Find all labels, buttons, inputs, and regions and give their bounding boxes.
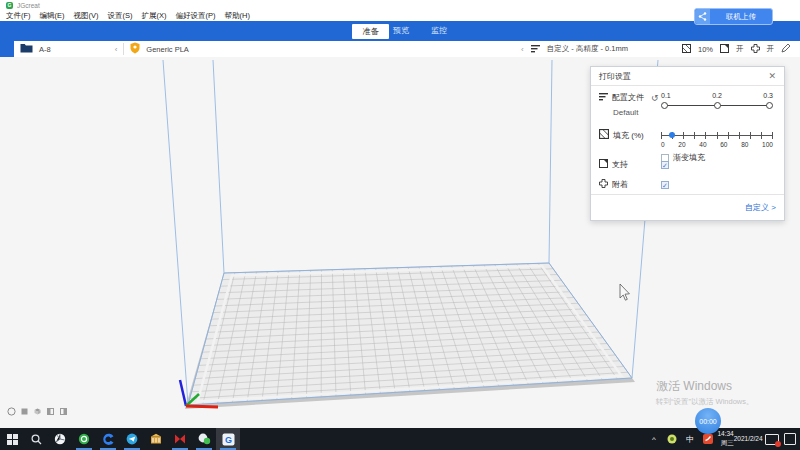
menu-bar: 文件(F) 编辑(E) 视图(V) 设置(S) 扩展(X) 偏好设置(P) 帮助…	[0, 10, 800, 21]
menu-settings[interactable]: 设置(S)	[108, 11, 133, 21]
toolbar-separator	[123, 43, 124, 55]
menu-help[interactable]: 帮助(H)	[225, 11, 250, 21]
system-tray: ^ 中 14:34 周三 2021/2/24	[646, 428, 800, 450]
app-logo-icon: G	[6, 2, 13, 9]
recorder-timer-bubble[interactable]: 00:00	[695, 408, 721, 434]
menu-preferences[interactable]: 偏好设置(P)	[176, 11, 216, 21]
title-bar: G JGcreat	[0, 0, 800, 10]
paper-plane-app-icon[interactable]	[120, 428, 144, 450]
infill-tick: 80	[741, 141, 748, 148]
action-center-icon[interactable]	[782, 428, 798, 450]
support-icon	[599, 159, 608, 170]
config-toolbar: A-8 ‹ Generic PLA ‹ 自定义 - 高精度 - 0.1mm 10…	[0, 41, 800, 58]
green-circle-app-icon[interactable]	[72, 428, 96, 450]
print-settings-panel: 打印设置 ✕ 配置文件 ↺ Default 0.1 0.2 0.3	[590, 66, 785, 221]
mouse-cursor	[620, 284, 629, 300]
infill-tick: 20	[678, 141, 685, 148]
infill-label: 填充 (%)	[613, 130, 644, 141]
infill-tick: 40	[699, 141, 706, 148]
notification-icon[interactable]	[764, 428, 780, 450]
taskbar-clock[interactable]: 14:34 周三 2021/2/24	[718, 428, 762, 450]
infill-tick: 100	[762, 141, 773, 148]
support-checkbox[interactable]	[661, 161, 669, 169]
reset-profile-icon[interactable]: ↺	[651, 93, 659, 103]
layer-mark: 0.3	[763, 92, 773, 99]
jgcreat-window: G JGcreat 文件(F) 编辑(E) 视图(V) 设置(S) 扩展(X) …	[0, 0, 800, 450]
adhesion-icon	[599, 179, 608, 190]
window-title: JGcreat	[17, 2, 40, 9]
layer-mark: 0.1	[661, 92, 671, 99]
infill-tick: 60	[720, 141, 727, 148]
profile-bars-icon	[599, 92, 608, 103]
wechat-app-icon[interactable]	[192, 428, 216, 450]
support-state[interactable]: 开	[736, 44, 744, 54]
layer-height-slider[interactable]	[661, 102, 773, 110]
layer-stop-0.2[interactable]	[714, 102, 721, 109]
profile-value: Default	[613, 108, 638, 117]
svg-text:G: G	[224, 434, 231, 444]
share-nodes-icon	[695, 9, 710, 24]
view-front-icon[interactable]	[20, 407, 29, 416]
windows-taskbar: G ^ 中 14:34 周三 2021/2/24	[0, 428, 800, 450]
tab-prepare[interactable]: 准备	[352, 24, 389, 39]
adhesion-checkbox[interactable]	[661, 181, 669, 189]
infill-slider[interactable]	[661, 132, 773, 139]
menu-file[interactable]: 文件(F)	[6, 11, 31, 21]
material-shield-icon	[130, 42, 140, 56]
infill-tick: 0	[661, 141, 665, 148]
adhesion-state[interactable]: 开	[767, 44, 775, 54]
view-right-icon[interactable]	[59, 407, 68, 416]
menu-edit[interactable]: 编辑(E)	[40, 11, 65, 21]
butterfly-app-icon[interactable]	[168, 428, 192, 450]
infill-grid-icon	[599, 129, 609, 141]
close-icon[interactable]: ✕	[768, 71, 776, 81]
clock-date: 2021/2/24	[734, 435, 763, 444]
panel-title: 打印设置	[599, 71, 631, 82]
tab-preview[interactable]: 预览	[393, 21, 409, 41]
tab-monitor[interactable]: 监控	[431, 21, 447, 41]
jgcreat-taskbar-icon[interactable]: G	[216, 428, 240, 450]
open-file-icon[interactable]	[20, 43, 33, 55]
profile-bars-icon	[531, 44, 540, 55]
view-left-icon[interactable]	[46, 407, 55, 416]
layer-mark: 0.2	[712, 92, 722, 99]
view-top-icon[interactable]	[33, 407, 42, 416]
profile-name[interactable]: 自定义 - 高精度 - 0.1mm	[547, 44, 628, 54]
tray-chevron[interactable]: ^	[646, 428, 662, 450]
infill-slider-handle[interactable]	[669, 132, 675, 138]
c-browser-app-icon[interactable]	[96, 428, 120, 450]
view-3d-icon[interactable]	[7, 407, 16, 416]
view-orientation-bar	[7, 407, 68, 416]
settings-collapse-chevron[interactable]: ‹	[521, 45, 524, 54]
support-icon	[720, 44, 729, 55]
adhesion-icon	[751, 44, 760, 55]
printer-collapse-chevron[interactable]: ‹	[115, 45, 118, 54]
infill-percent[interactable]: 10%	[698, 45, 713, 54]
profile-label: 配置文件	[612, 92, 644, 103]
edit-pencil-icon[interactable]	[781, 44, 790, 55]
tray-app-icon[interactable]	[664, 428, 680, 450]
online-upload-button[interactable]: 联机上传	[694, 8, 773, 25]
menu-extensions[interactable]: 扩展(X)	[142, 11, 167, 21]
start-button[interactable]	[0, 428, 24, 450]
layer-stop-0.1[interactable]	[661, 102, 668, 109]
search-icon[interactable]	[24, 428, 48, 450]
pinwheel-app-icon[interactable]	[48, 428, 72, 450]
bank-app-icon[interactable]	[144, 428, 168, 450]
adhesion-row: 附着	[599, 179, 774, 190]
profile-row: 配置文件 ↺ Default 0.1 0.2 0.3	[599, 92, 774, 103]
clock-time: 14:34 周三	[717, 430, 733, 448]
stage-bar: 准备 预览 监控	[0, 21, 800, 41]
infill-grid-icon	[682, 44, 691, 55]
material-name[interactable]: Generic PLA	[146, 45, 189, 54]
upload-button-label: 联机上传	[710, 12, 772, 22]
support-row: 支持	[599, 159, 774, 170]
recorder-timer-value: 00:00	[699, 418, 717, 425]
printer-name[interactable]: A-8	[39, 45, 51, 54]
layer-stop-0.3[interactable]	[766, 102, 773, 109]
adhesion-label: 附着	[612, 179, 628, 190]
menu-view[interactable]: 视图(V)	[74, 11, 99, 21]
ime-indicator[interactable]: 中	[682, 428, 698, 450]
support-label: 支持	[612, 159, 628, 170]
custom-settings-button[interactable]: 自定义 >	[745, 202, 776, 213]
